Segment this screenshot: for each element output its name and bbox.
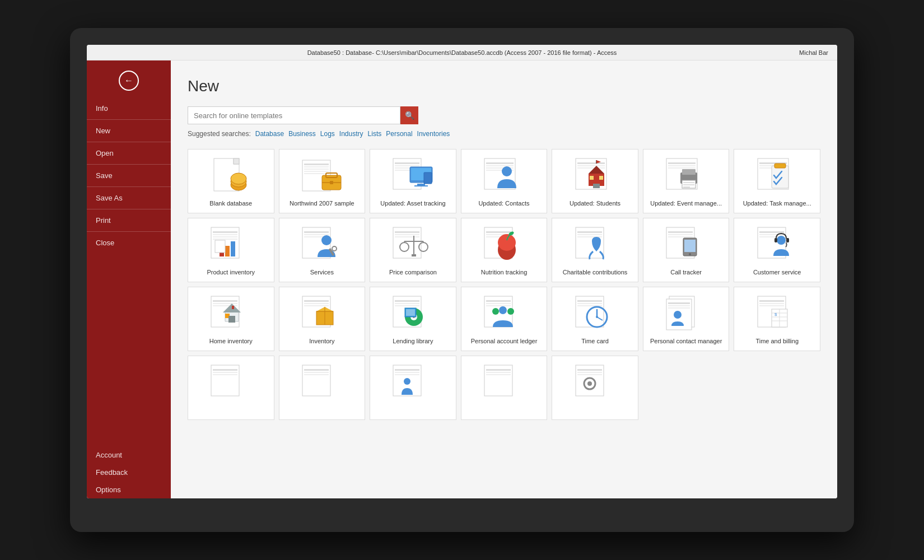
svg-rect-78 <box>395 236 419 237</box>
svg-rect-170 <box>213 369 237 371</box>
svg-rect-180 <box>395 374 419 375</box>
sidebar-item-options[interactable]: Options <box>87 481 171 498</box>
students-icon <box>557 154 633 196</box>
template-students[interactable]: Updated: Students <box>552 149 638 213</box>
svg-rect-106 <box>759 234 784 235</box>
template-more5[interactable] <box>552 356 638 420</box>
more1-icon <box>193 361 269 403</box>
main-content: New 🔍 Suggested searches: Database Busin… <box>171 60 837 498</box>
template-more1[interactable] <box>188 356 274 420</box>
svg-rect-63 <box>213 239 237 240</box>
suggested-lists[interactable]: Lists <box>368 130 382 138</box>
template-personal-contact-label: Personal contact manager <box>650 337 722 345</box>
northwind-icon <box>284 154 361 196</box>
templates-grid: Blank database <box>188 149 820 420</box>
template-nutrition[interactable]: Nutrition tracking <box>461 218 548 282</box>
template-charitable[interactable]: Charitable contributions <box>552 218 638 282</box>
template-services[interactable]: Services <box>279 218 366 282</box>
template-product-inventory[interactable]: Product inventory <box>188 218 274 282</box>
template-call-tracker[interactable]: Call tracker <box>643 218 730 282</box>
svg-rect-100 <box>668 236 693 237</box>
template-time-billing-label: Time and billing <box>755 337 799 345</box>
search-input[interactable] <box>188 106 400 124</box>
sidebar-item-close[interactable]: Close <box>87 234 171 251</box>
sidebar-item-account[interactable]: Account <box>87 446 171 464</box>
svg-rect-187 <box>577 369 602 371</box>
template-time-card[interactable]: Time card <box>552 287 638 351</box>
sidebar-item-open[interactable]: Open <box>87 144 171 162</box>
template-personal-account[interactable]: Personal account ledger <box>461 287 548 351</box>
template-home-inventory[interactable]: Home inventory <box>188 287 274 351</box>
template-more4[interactable] <box>461 356 548 420</box>
svg-rect-46 <box>668 167 696 169</box>
svg-rect-131 <box>395 303 419 304</box>
more5-icon <box>557 361 633 403</box>
template-lending-library[interactable]: Lending library <box>370 287 456 351</box>
more2-icon <box>284 361 361 403</box>
svg-rect-176 <box>304 374 329 375</box>
svg-rect-52 <box>683 186 690 188</box>
svg-rect-189 <box>577 374 602 375</box>
svg-rect-185 <box>486 374 511 375</box>
svg-rect-160 <box>759 300 784 302</box>
svg-rect-87 <box>486 231 511 233</box>
suggested-database[interactable]: Database <box>255 130 284 138</box>
sidebar-item-print[interactable]: Print <box>87 212 171 229</box>
template-task-manage[interactable]: Updated: Task manage... <box>734 149 820 213</box>
svg-point-74 <box>332 246 337 251</box>
svg-rect-123 <box>304 303 329 304</box>
template-services-label: Services <box>310 268 334 276</box>
call-tracker-icon <box>648 223 725 265</box>
template-customer-service[interactable]: Customer service <box>734 218 820 282</box>
svg-rect-17 <box>395 162 419 164</box>
sidebar-item-new[interactable]: New <box>87 122 171 139</box>
search-button[interactable]: 🔍 <box>400 106 418 124</box>
svg-point-181 <box>404 378 410 385</box>
laptop-screen: Database50 : Database- C:\Users\mibar\Do… <box>87 45 837 498</box>
svg-rect-146 <box>577 300 602 302</box>
svg-rect-102 <box>684 240 696 252</box>
sidebar-item-save-as[interactable]: Save As <box>87 189 171 207</box>
template-event-manage[interactable]: Updated: Event manage... <box>643 149 730 213</box>
svg-point-31 <box>502 166 512 176</box>
template-more2[interactable] <box>279 356 366 420</box>
back-button[interactable]: ← <box>119 71 139 91</box>
svg-rect-183 <box>486 369 511 371</box>
template-students-label: Updated: Students <box>570 199 620 207</box>
template-product-inventory-label: Product inventory <box>207 268 255 276</box>
suggested-industry[interactable]: Industry <box>339 130 363 138</box>
price-comparison-icon <box>375 223 451 265</box>
svg-point-142 <box>499 306 507 314</box>
product-inventory-icon <box>193 223 269 265</box>
template-blank-db[interactable]: Blank database <box>188 149 274 213</box>
template-inventory[interactable]: Inventory <box>279 287 366 351</box>
svg-rect-44 <box>668 162 696 164</box>
sidebar-item-feedback[interactable]: Feedback <box>87 464 171 481</box>
svg-rect-24 <box>414 185 428 186</box>
svg-rect-35 <box>577 167 605 169</box>
suggested-business[interactable]: Business <box>288 130 316 138</box>
svg-rect-11 <box>304 173 329 174</box>
template-asset-tracking[interactable]: Updated: Asset tracking <box>370 149 456 213</box>
suggested-inventories[interactable]: Inventories <box>417 130 450 138</box>
svg-rect-57 <box>772 166 788 188</box>
svg-rect-174 <box>304 369 329 371</box>
suggested-logs[interactable]: Logs <box>320 130 335 138</box>
svg-rect-172 <box>213 374 237 375</box>
asset-tracking-icon <box>375 154 451 196</box>
template-contacts[interactable]: Updated: Contacts <box>461 149 548 213</box>
template-more3[interactable] <box>370 356 456 420</box>
svg-rect-122 <box>304 300 329 302</box>
template-time-billing[interactable]: $ Time and billing <box>734 287 820 351</box>
template-northwind[interactable]: Northwind 2007 sample <box>279 149 366 213</box>
svg-rect-175 <box>304 372 329 373</box>
template-time-card-label: Time card <box>581 337 609 345</box>
svg-rect-9 <box>304 169 329 170</box>
template-home-inventory-label: Home inventory <box>209 337 253 345</box>
sidebar-item-info[interactable]: Info <box>87 100 171 117</box>
template-personal-contact[interactable]: Personal contact manager <box>643 287 730 351</box>
svg-rect-147 <box>577 303 602 304</box>
template-price-comparison[interactable]: Price comparison <box>370 218 456 282</box>
suggested-personal[interactable]: Personal <box>386 130 412 138</box>
sidebar-item-save[interactable]: Save <box>87 167 171 184</box>
